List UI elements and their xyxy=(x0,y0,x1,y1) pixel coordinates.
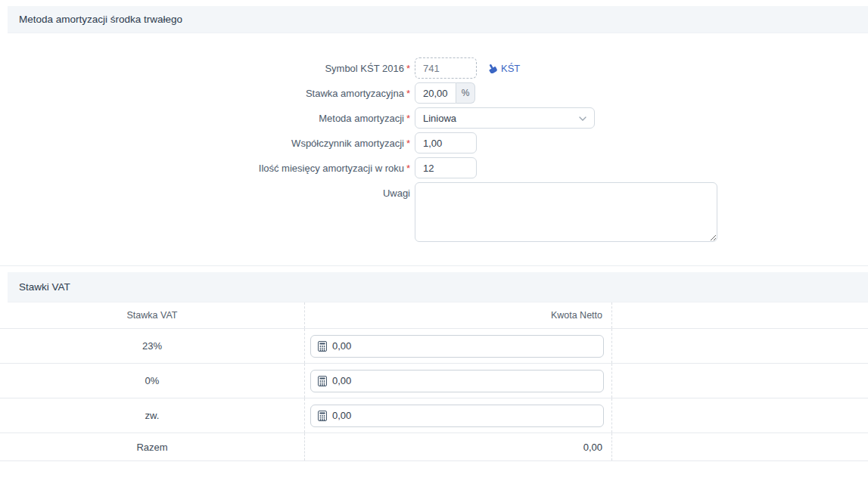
amortization-section-header: Metoda amortyzacji środka trwałego xyxy=(8,6,868,33)
net-amount-input-23[interactable] xyxy=(332,340,596,352)
vat-section-header: Stawki VAT xyxy=(8,272,868,302)
chevron-down-icon xyxy=(579,116,586,121)
vat-total-row: Razem 0,00 xyxy=(0,433,868,461)
vat-total-label-cell: Razem xyxy=(0,433,305,460)
form-row-metoda: Metoda amortyzacji* Liniowa xyxy=(0,107,868,129)
net-amount-field-zw[interactable] xyxy=(310,405,604,427)
calculator-icon xyxy=(318,411,327,421)
stawka-label: Stawka amortyzacyjna* xyxy=(0,88,410,99)
vat-total-value-cell: 0,00 xyxy=(305,433,612,460)
wspolczynnik-label: Współczynnik amortyzacji* xyxy=(0,138,410,149)
vat-table-header-row: Stawka VAT Kwota Netto xyxy=(0,302,868,329)
net-amount-field-0[interactable] xyxy=(310,370,604,392)
form-row-symbol-kst: Symbol KŚT 2016* KŚT xyxy=(0,57,868,79)
vat-table: Stawka VAT Kwota Netto 23% 0% xyxy=(0,302,868,461)
vat-row-zw: zw. xyxy=(0,398,868,433)
amortization-form: Symbol KŚT 2016* KŚT Stawka amortyzacyjn… xyxy=(0,33,868,266)
required-asterisk: * xyxy=(406,88,410,99)
calculator-icon xyxy=(318,376,327,386)
kst-link[interactable]: KŚT xyxy=(487,63,520,74)
vat-net-cell xyxy=(305,398,612,433)
stawka-input[interactable] xyxy=(415,82,456,104)
amortization-section-title: Metoda amortyzacji środka trwałego xyxy=(19,14,182,25)
ilosc-miesiecy-input[interactable] xyxy=(415,157,477,178)
symbol-kst-label: Symbol KŚT 2016* xyxy=(0,63,410,74)
form-row-stawka: Stawka amortyzacyjna* % xyxy=(0,82,868,104)
calculator-icon xyxy=(318,341,327,352)
vat-rate-cell: zw. xyxy=(0,398,305,433)
form-row-uwagi: Uwagi xyxy=(0,182,868,242)
vat-rate-cell: 23% xyxy=(0,329,305,363)
vat-total-value: 0,00 xyxy=(305,442,611,453)
net-amount-input-0[interactable] xyxy=(332,375,596,386)
symbol-kst-input[interactable] xyxy=(415,57,477,79)
vat-rate-cell: 0% xyxy=(0,364,305,398)
required-asterisk: * xyxy=(406,63,410,74)
vat-total-label: Razem xyxy=(136,442,167,453)
vat-empty-column xyxy=(612,302,868,328)
ilosc-miesiecy-label: Ilość miesięcy amortyzacji w roku* xyxy=(0,163,410,174)
uwagi-textarea[interactable] xyxy=(415,182,717,242)
metoda-label: Metoda amortyzacji* xyxy=(0,113,410,124)
metoda-select[interactable]: Liniowa xyxy=(415,107,595,129)
stawka-input-group: % xyxy=(415,82,475,104)
vat-empty-cell xyxy=(612,433,868,460)
required-asterisk: * xyxy=(406,163,410,174)
vat-net-cell xyxy=(305,329,612,363)
vat-row-23: 23% xyxy=(0,329,868,364)
wspolczynnik-input[interactable] xyxy=(415,132,477,153)
uwagi-label: Uwagi xyxy=(0,182,410,199)
hand-pointer-icon xyxy=(487,64,497,73)
vat-empty-cell xyxy=(612,398,868,433)
vat-net-column-header: Kwota Netto xyxy=(305,302,612,328)
form-row-ilosc-miesiecy: Ilość miesięcy amortyzacji w roku* xyxy=(0,157,868,178)
vat-net-cell xyxy=(305,364,612,398)
net-amount-field-23[interactable] xyxy=(310,335,604,358)
metoda-selected-value: Liniowa xyxy=(423,113,456,124)
vat-rate-column-header: Stawka VAT xyxy=(0,302,305,328)
form-row-wspolczynnik: Współczynnik amortyzacji* xyxy=(0,132,868,153)
required-asterisk: * xyxy=(406,113,410,124)
vat-empty-cell xyxy=(612,364,868,398)
percent-addon: % xyxy=(456,82,475,104)
vat-empty-cell xyxy=(612,329,868,363)
net-amount-input-zw[interactable] xyxy=(332,410,596,421)
vat-row-0: 0% xyxy=(0,364,868,398)
kst-link-label: KŚT xyxy=(501,63,520,74)
required-asterisk: * xyxy=(406,138,410,149)
vat-section-title: Stawki VAT xyxy=(19,281,70,293)
